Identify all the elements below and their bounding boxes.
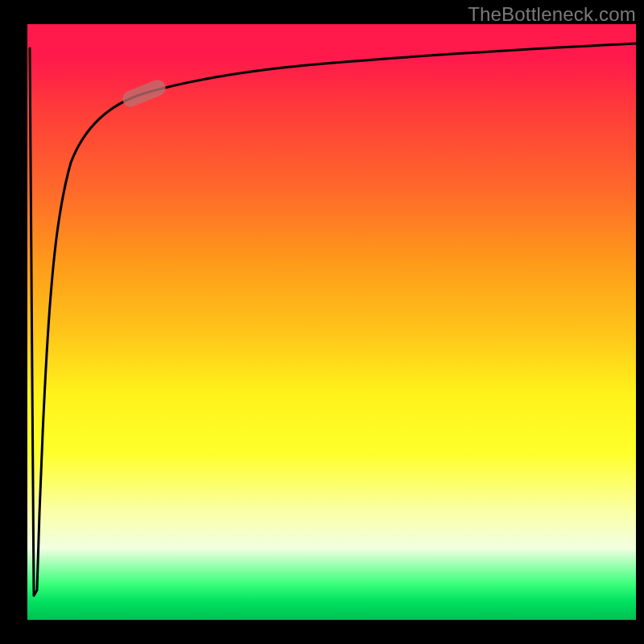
attribution-label: TheBottleneck.com	[468, 3, 636, 26]
chart-container: TheBottleneck.com	[0, 0, 644, 644]
gradient-background	[27, 24, 636, 620]
x-axis	[0, 620, 644, 644]
y-axis	[0, 24, 27, 620]
